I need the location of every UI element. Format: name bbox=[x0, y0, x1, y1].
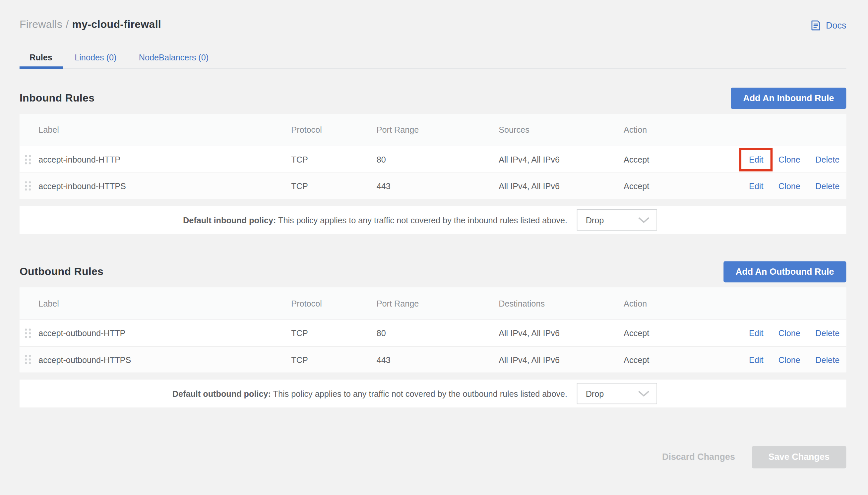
table-row: accept-inbound-HTTP TCP 80 All IPv4, All… bbox=[20, 146, 846, 172]
default-outbound-policy-select[interactable]: Drop bbox=[577, 383, 657, 404]
save-changes-button[interactable]: Save Changes bbox=[751, 446, 846, 468]
breadcrumb-separator: / bbox=[66, 19, 69, 30]
rule-port-range: 443 bbox=[377, 355, 499, 364]
outbound-policy-band: Default outbound policy: This policy app… bbox=[20, 379, 846, 407]
rule-port-range: 443 bbox=[377, 181, 499, 191]
clone-link[interactable]: Clone bbox=[778, 328, 800, 338]
docs-label: Docs bbox=[826, 20, 846, 30]
inbound-rules-table: Label Protocol Port Range Sources Action… bbox=[20, 114, 846, 199]
column-header-action: Action bbox=[624, 125, 720, 135]
drag-handle-icon[interactable] bbox=[24, 327, 32, 339]
edit-link[interactable]: Edit bbox=[749, 355, 764, 364]
outbound-title: Outbound Rules bbox=[20, 266, 103, 278]
rule-action: Accept bbox=[624, 328, 720, 338]
firewall-detail-page: Firewalls/my-cloud-firewall Docs Rules L… bbox=[0, 0, 868, 495]
rule-protocol: TCP bbox=[291, 355, 376, 364]
default-inbound-policy-select[interactable]: Drop bbox=[577, 209, 657, 231]
outbound-policy-text: Default outbound policy: This policy app… bbox=[20, 389, 567, 398]
rule-sources: All IPv4, All IPv6 bbox=[499, 155, 624, 164]
chevron-down-icon bbox=[638, 217, 650, 223]
outbound-section-header: Outbound Rules Add An Outbound Rule bbox=[20, 261, 846, 282]
drag-handle-icon[interactable] bbox=[24, 154, 32, 165]
tab-bar: Rules Linodes (0) NodeBalancers (0) bbox=[20, 48, 846, 69]
breadcrumb-parent[interactable]: Firewalls bbox=[20, 19, 62, 30]
rule-protocol: TCP bbox=[291, 181, 376, 191]
outbound-table-header: Label Protocol Port Range Destinations A… bbox=[20, 287, 846, 320]
topbar: Firewalls/my-cloud-firewall Docs bbox=[20, 19, 846, 32]
delete-link[interactable]: Delete bbox=[815, 181, 839, 191]
drag-handle-icon[interactable] bbox=[24, 180, 32, 191]
rule-destinations: All IPv4, All IPv6 bbox=[499, 328, 624, 338]
column-header-protocol: Protocol bbox=[291, 125, 376, 135]
table-row: accept-outbound-HTTPS TCP 443 All IPv4, … bbox=[20, 346, 846, 372]
rule-protocol: TCP bbox=[291, 328, 376, 338]
rule-label: accept-inbound-HTTPS bbox=[38, 181, 126, 191]
active-tab-indicator bbox=[20, 66, 63, 69]
rule-port-range: 80 bbox=[377, 155, 499, 164]
column-header-label: Label bbox=[20, 125, 291, 135]
delete-link[interactable]: Delete bbox=[815, 355, 839, 364]
edit-link[interactable]: Edit bbox=[749, 155, 764, 164]
drag-handle-icon[interactable] bbox=[24, 354, 32, 365]
rule-action: Accept bbox=[624, 181, 720, 191]
tab-nodebalancers[interactable]: NodeBalancers (0) bbox=[129, 48, 219, 67]
delete-link[interactable]: Delete bbox=[815, 328, 839, 338]
inbound-policy-description: This policy applies to any traffic not c… bbox=[278, 215, 567, 225]
discard-changes-button[interactable]: Discard Changes bbox=[656, 452, 741, 462]
breadcrumb-current: my-cloud-firewall bbox=[72, 19, 161, 30]
edit-link[interactable]: Edit bbox=[749, 328, 764, 338]
column-header-sources: Sources bbox=[499, 125, 624, 135]
inbound-title: Inbound Rules bbox=[20, 92, 94, 104]
form-actions-footer: Discard Changes Save Changes bbox=[20, 446, 846, 468]
tab-rules[interactable]: Rules bbox=[20, 48, 62, 67]
rule-protocol: TCP bbox=[291, 155, 376, 164]
tab-rules-label: Rules bbox=[30, 52, 52, 62]
add-inbound-rule-button[interactable]: Add An Inbound Rule bbox=[731, 88, 846, 109]
rule-label: accept-outbound-HTTP bbox=[38, 328, 125, 338]
table-row: accept-inbound-HTTPS TCP 443 All IPv4, A… bbox=[20, 172, 846, 199]
add-outbound-rule-button[interactable]: Add An Outbound Rule bbox=[723, 261, 847, 282]
column-header-label: Label bbox=[20, 298, 291, 308]
docs-link[interactable]: Docs bbox=[810, 20, 846, 31]
edit-link[interactable]: Edit bbox=[749, 181, 764, 191]
rule-sources: All IPv4, All IPv6 bbox=[499, 181, 624, 191]
column-header-destinations: Destinations bbox=[499, 298, 624, 308]
outbound-policy-label: Default outbound policy: bbox=[172, 389, 271, 398]
table-row: accept-outbound-HTTP TCP 80 All IPv4, Al… bbox=[20, 320, 846, 346]
inbound-section-header: Inbound Rules Add An Inbound Rule bbox=[20, 88, 846, 109]
rule-label: accept-inbound-HTTP bbox=[38, 155, 120, 164]
inbound-policy-text: Default inbound policy: This policy appl… bbox=[20, 215, 567, 225]
inbound-table-header: Label Protocol Port Range Sources Action bbox=[20, 114, 846, 146]
tabs-baseline bbox=[20, 68, 846, 69]
rule-action: Accept bbox=[624, 155, 720, 164]
tab-nodebalancers-label: NodeBalancers (0) bbox=[139, 52, 209, 62]
column-header-protocol: Protocol bbox=[291, 298, 376, 308]
clone-link[interactable]: Clone bbox=[778, 155, 800, 164]
rule-port-range: 80 bbox=[377, 328, 499, 338]
delete-link[interactable]: Delete bbox=[815, 155, 839, 164]
tab-linodes[interactable]: Linodes (0) bbox=[65, 48, 127, 67]
rule-label: accept-outbound-HTTPS bbox=[38, 355, 131, 364]
inbound-policy-value: Drop bbox=[586, 215, 604, 225]
docs-icon bbox=[810, 20, 821, 31]
column-header-port-range: Port Range bbox=[377, 125, 499, 135]
clone-link[interactable]: Clone bbox=[778, 181, 800, 191]
rule-destinations: All IPv4, All IPv6 bbox=[499, 355, 624, 364]
column-header-action: Action bbox=[624, 298, 720, 308]
tab-linodes-label: Linodes (0) bbox=[75, 52, 117, 62]
inbound-policy-label: Default inbound policy: bbox=[183, 215, 276, 225]
outbound-rules-table: Label Protocol Port Range Destinations A… bbox=[20, 287, 846, 372]
chevron-down-icon bbox=[638, 390, 650, 397]
column-header-port-range: Port Range bbox=[377, 298, 499, 308]
rule-action: Accept bbox=[624, 355, 720, 364]
breadcrumb: Firewalls/my-cloud-firewall bbox=[20, 19, 161, 31]
outbound-policy-description: This policy applies to any traffic not c… bbox=[273, 389, 568, 398]
outbound-policy-value: Drop bbox=[586, 389, 604, 398]
clone-link[interactable]: Clone bbox=[778, 355, 800, 364]
inbound-policy-band: Default inbound policy: This policy appl… bbox=[20, 206, 846, 234]
